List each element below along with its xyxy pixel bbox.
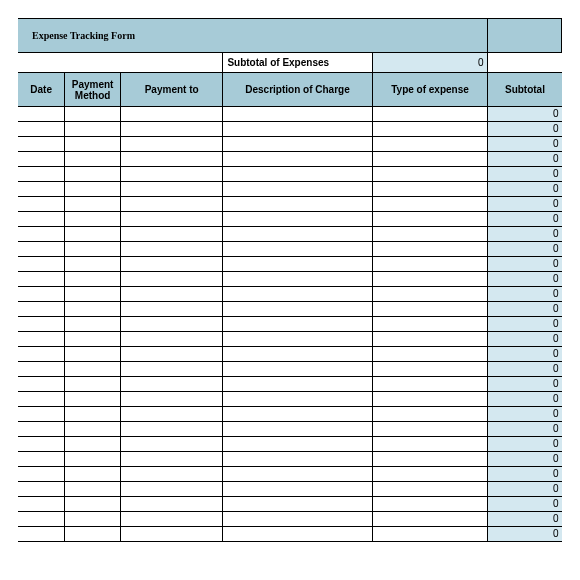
cell-payto[interactable] <box>120 332 222 347</box>
cell-desc[interactable] <box>223 137 372 152</box>
cell-desc[interactable] <box>223 152 372 167</box>
cell-method[interactable] <box>65 242 121 257</box>
cell-date[interactable] <box>18 212 65 227</box>
cell-method[interactable] <box>65 107 121 122</box>
cell-subtotal[interactable]: 0 <box>488 257 562 272</box>
cell-method[interactable] <box>65 527 121 542</box>
cell-method[interactable] <box>65 152 121 167</box>
cell-date[interactable] <box>18 512 65 527</box>
cell-method[interactable] <box>65 122 121 137</box>
cell-date[interactable] <box>18 287 65 302</box>
cell-payto[interactable] <box>120 122 222 137</box>
cell-type[interactable] <box>372 197 488 212</box>
cell-payto[interactable] <box>120 407 222 422</box>
cell-subtotal[interactable]: 0 <box>488 512 562 527</box>
cell-date[interactable] <box>18 227 65 242</box>
cell-desc[interactable] <box>223 212 372 227</box>
cell-subtotal[interactable]: 0 <box>488 482 562 497</box>
cell-method[interactable] <box>65 347 121 362</box>
cell-desc[interactable] <box>223 497 372 512</box>
cell-type[interactable] <box>372 137 488 152</box>
cell-desc[interactable] <box>223 227 372 242</box>
cell-payto[interactable] <box>120 362 222 377</box>
cell-date[interactable] <box>18 392 65 407</box>
cell-payto[interactable] <box>120 287 222 302</box>
cell-payto[interactable] <box>120 182 222 197</box>
cell-type[interactable] <box>372 257 488 272</box>
cell-date[interactable] <box>18 182 65 197</box>
cell-type[interactable] <box>372 317 488 332</box>
cell-payto[interactable] <box>120 152 222 167</box>
cell-subtotal[interactable]: 0 <box>488 347 562 362</box>
cell-method[interactable] <box>65 197 121 212</box>
cell-desc[interactable] <box>223 317 372 332</box>
cell-subtotal[interactable]: 0 <box>488 407 562 422</box>
cell-payto[interactable] <box>120 347 222 362</box>
cell-method[interactable] <box>65 257 121 272</box>
cell-date[interactable] <box>18 317 65 332</box>
cell-type[interactable] <box>372 122 488 137</box>
cell-desc[interactable] <box>223 467 372 482</box>
cell-desc[interactable] <box>223 302 372 317</box>
cell-desc[interactable] <box>223 437 372 452</box>
cell-type[interactable] <box>372 242 488 257</box>
cell-date[interactable] <box>18 362 65 377</box>
cell-method[interactable] <box>65 287 121 302</box>
cell-method[interactable] <box>65 272 121 287</box>
cell-payto[interactable] <box>120 497 222 512</box>
cell-subtotal[interactable]: 0 <box>488 167 562 182</box>
cell-desc[interactable] <box>223 512 372 527</box>
cell-date[interactable] <box>18 137 65 152</box>
cell-method[interactable] <box>65 392 121 407</box>
cell-date[interactable] <box>18 467 65 482</box>
cell-subtotal[interactable]: 0 <box>488 242 562 257</box>
cell-payto[interactable] <box>120 212 222 227</box>
cell-desc[interactable] <box>223 527 372 542</box>
cell-method[interactable] <box>65 437 121 452</box>
cell-payto[interactable] <box>120 467 222 482</box>
cell-method[interactable] <box>65 422 121 437</box>
cell-desc[interactable] <box>223 272 372 287</box>
cell-subtotal[interactable]: 0 <box>488 437 562 452</box>
cell-method[interactable] <box>65 227 121 242</box>
cell-date[interactable] <box>18 482 65 497</box>
cell-payto[interactable] <box>120 452 222 467</box>
cell-payto[interactable] <box>120 422 222 437</box>
cell-date[interactable] <box>18 527 65 542</box>
cell-subtotal[interactable]: 0 <box>488 422 562 437</box>
cell-subtotal[interactable]: 0 <box>488 452 562 467</box>
cell-payto[interactable] <box>120 317 222 332</box>
cell-desc[interactable] <box>223 422 372 437</box>
cell-method[interactable] <box>65 317 121 332</box>
cell-desc[interactable] <box>223 407 372 422</box>
cell-payto[interactable] <box>120 197 222 212</box>
cell-desc[interactable] <box>223 242 372 257</box>
cell-type[interactable] <box>372 107 488 122</box>
cell-subtotal[interactable]: 0 <box>488 182 562 197</box>
cell-desc[interactable] <box>223 122 372 137</box>
cell-payto[interactable] <box>120 377 222 392</box>
cell-date[interactable] <box>18 197 65 212</box>
cell-method[interactable] <box>65 482 121 497</box>
cell-payto[interactable] <box>120 512 222 527</box>
cell-date[interactable] <box>18 452 65 467</box>
cell-desc[interactable] <box>223 197 372 212</box>
cell-type[interactable] <box>372 182 488 197</box>
cell-type[interactable] <box>372 152 488 167</box>
cell-desc[interactable] <box>223 362 372 377</box>
cell-date[interactable] <box>18 107 65 122</box>
cell-subtotal[interactable]: 0 <box>488 227 562 242</box>
cell-desc[interactable] <box>223 452 372 467</box>
cell-payto[interactable] <box>120 272 222 287</box>
cell-type[interactable] <box>372 482 488 497</box>
cell-payto[interactable] <box>120 227 222 242</box>
cell-type[interactable] <box>372 167 488 182</box>
cell-subtotal[interactable]: 0 <box>488 152 562 167</box>
cell-subtotal[interactable]: 0 <box>488 107 562 122</box>
cell-date[interactable] <box>18 497 65 512</box>
cell-type[interactable] <box>372 347 488 362</box>
cell-method[interactable] <box>65 452 121 467</box>
cell-method[interactable] <box>65 362 121 377</box>
cell-method[interactable] <box>65 167 121 182</box>
cell-method[interactable] <box>65 182 121 197</box>
